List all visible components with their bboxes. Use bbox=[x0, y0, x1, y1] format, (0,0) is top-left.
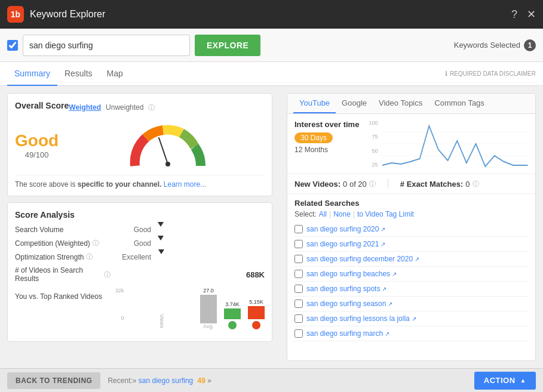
select-all-link[interactable]: All bbox=[319, 210, 327, 218]
related-item-link-6[interactable]: san diego surfing lessons la jolla ↗ bbox=[306, 314, 416, 323]
score-left: Good 49/100 bbox=[15, 131, 59, 159]
keyword-checkbox[interactable] bbox=[7, 40, 18, 51]
tab-video-topics[interactable]: Video Topics bbox=[373, 94, 428, 113]
select-none-link[interactable]: None bbox=[333, 210, 351, 218]
recent-text: Recent:» san diego surfing 49 » bbox=[108, 376, 211, 385]
action-button[interactable]: ACTION ▲ bbox=[474, 372, 536, 390]
avg-bar-label: Avg. bbox=[203, 323, 214, 329]
score-desc-bold: specific to your channel. bbox=[78, 180, 162, 189]
list-item: san diego surfing beaches ↗ bbox=[294, 267, 528, 282]
green-bar-top-label: 3.74K bbox=[225, 301, 240, 307]
pill-30days[interactable]: 30 Days bbox=[294, 132, 333, 143]
svg-point-1 bbox=[165, 162, 170, 166]
interest-left: Interest over time 30 Days 12 Months bbox=[294, 120, 359, 168]
related-item-link-1[interactable]: san diego surfing 2021 ↗ bbox=[306, 240, 385, 248]
search-volume-row: Search Volume Good bbox=[15, 226, 265, 234]
y-axis-0: 0 bbox=[115, 315, 124, 321]
tab-summary[interactable]: Summary bbox=[7, 62, 57, 86]
related-item-link-7[interactable]: san diego surfing march ↗ bbox=[306, 329, 389, 338]
new-videos-label: New Videos: bbox=[294, 180, 340, 189]
score-info-icon[interactable]: ⓘ bbox=[148, 103, 155, 112]
chart-y-labels: 100 75 50 25 bbox=[369, 120, 380, 168]
ext-icon-6: ↗ bbox=[412, 316, 416, 322]
ext-icon-4: ↗ bbox=[382, 286, 386, 292]
search-volume-label: Search Volume bbox=[15, 226, 111, 234]
ext-icon-1: ↗ bbox=[381, 241, 385, 248]
title-bar: 1b Keyword Explorer ? ✕ bbox=[0, 0, 543, 29]
action-chevron-icon: ▲ bbox=[520, 377, 526, 384]
exact-matches-value: 0 bbox=[465, 180, 470, 189]
interest-title: Interest over time bbox=[294, 120, 359, 129]
videos-count-row: # of Videos in Search Results ⓘ 688K bbox=[15, 266, 265, 283]
competition-info-icon[interactable]: ⓘ bbox=[93, 239, 99, 248]
score-tabs: Weighted Unweighted ⓘ bbox=[69, 103, 155, 112]
title-bar-left: 1b Keyword Explorer bbox=[7, 6, 105, 23]
select-to-video-tag-link[interactable]: to Video Tag Limit bbox=[357, 210, 414, 218]
related-item-checkbox-0[interactable] bbox=[294, 225, 303, 233]
y-label-50: 50 bbox=[369, 148, 378, 154]
views-label: Views bbox=[159, 314, 165, 328]
learn-more-link[interactable]: Learn more... bbox=[164, 180, 206, 189]
search-bar: EXPLORE Keywords Selected 1 bbox=[0, 29, 543, 62]
new-videos-info[interactable]: ⓘ bbox=[369, 180, 376, 189]
exact-matches-info[interactable]: ⓘ bbox=[473, 180, 479, 189]
weighted-tab[interactable]: Weighted bbox=[69, 103, 101, 112]
top-ranked-row: You vs. Top Ranked Videos 32k 0 Views bbox=[15, 288, 265, 329]
keywords-selected-label: Keywords Selected bbox=[454, 41, 520, 50]
new-videos-value: 0 of 20 bbox=[343, 180, 367, 189]
related-item-checkbox-5[interactable] bbox=[294, 300, 303, 308]
green-bar bbox=[224, 308, 241, 319]
tab-google[interactable]: Google bbox=[336, 94, 373, 113]
score-desc-text: The score above is bbox=[15, 180, 75, 189]
related-item-checkbox-4[interactable] bbox=[294, 285, 303, 293]
gauge-svg bbox=[126, 121, 210, 169]
close-icon[interactable]: ✕ bbox=[527, 8, 536, 21]
videos-count-info-icon[interactable]: ⓘ bbox=[104, 270, 111, 279]
related-item-checkbox-2[interactable] bbox=[294, 255, 303, 263]
related-item-link-3[interactable]: san diego surfing beaches ↗ bbox=[306, 270, 397, 278]
related-item-checkbox-6[interactable] bbox=[294, 314, 303, 323]
red-bar-top-label: 5.15K bbox=[249, 299, 263, 305]
green-icon bbox=[228, 321, 237, 329]
help-icon[interactable]: ? bbox=[511, 8, 517, 21]
tab-results[interactable]: Results bbox=[57, 62, 100, 86]
tab-youtube[interactable]: YouTube bbox=[293, 94, 336, 113]
tab-map[interactable]: Map bbox=[100, 62, 130, 86]
related-select-row: Select: All | None | to Video Tag Limit bbox=[294, 210, 528, 218]
related-item-link-2[interactable]: san diego surfing december 2020 ↗ bbox=[306, 255, 419, 263]
related-scroll-container: san diego surfing 2020 ↗ san diego surfi… bbox=[294, 222, 528, 360]
search-input[interactable] bbox=[23, 35, 190, 56]
ext-icon-0: ↗ bbox=[381, 226, 385, 233]
keywords-selected: Keywords Selected 1 bbox=[454, 39, 536, 51]
optimization-label: Optimization Strength ⓘ bbox=[15, 252, 111, 261]
gauge-container bbox=[70, 121, 265, 169]
disclaimer-label: REQUIRED DATA DISCLAIMER bbox=[450, 70, 536, 77]
back-to-trending-button[interactable]: BACK TO TRENDING bbox=[7, 372, 100, 389]
tabs-bar: Summary Results Map ℹ REQUIRED DATA DISC… bbox=[0, 62, 543, 86]
related-item-checkbox-7[interactable] bbox=[294, 329, 303, 338]
time-pills: 30 Days 12 Months bbox=[294, 132, 359, 154]
related-item-link-4[interactable]: san diego surfing spots ↗ bbox=[306, 285, 386, 293]
title-bar-actions: ? ✕ bbox=[511, 8, 536, 21]
optimization-row: Optimization Strength ⓘ Excellent bbox=[15, 252, 265, 261]
ext-icon-7: ↗ bbox=[385, 331, 389, 337]
line-chart bbox=[382, 120, 528, 168]
overall-score-card: Overall Score Weighted Unweighted ⓘ Good… bbox=[7, 93, 272, 196]
list-item: san diego surfing march ↗ bbox=[294, 326, 528, 341]
tab-common-tags[interactable]: Common Tags bbox=[428, 94, 490, 113]
unweighted-tab[interactable]: Unweighted bbox=[106, 103, 143, 112]
related-item-checkbox-3[interactable] bbox=[294, 270, 303, 278]
main-content: Overall Score Weighted Unweighted ⓘ Good… bbox=[0, 86, 543, 368]
list-item: san diego surfing lessons la jolla ↗ bbox=[294, 311, 528, 326]
explore-button[interactable]: EXPLORE bbox=[195, 35, 260, 56]
disclaimer-icon: ℹ bbox=[445, 70, 447, 78]
competition-label: Competition (Weighted) ⓘ bbox=[15, 239, 111, 248]
left-panel: Overall Score Weighted Unweighted ⓘ Good… bbox=[0, 86, 280, 368]
related-item-link-0[interactable]: san diego surfing 2020 ↗ bbox=[306, 225, 385, 233]
recent-link[interactable]: san diego surfing bbox=[139, 376, 193, 385]
text-12months[interactable]: 12 Months bbox=[294, 146, 359, 154]
related-item-link-5[interactable]: san diego surfing season ↗ bbox=[306, 300, 392, 308]
y-label-25: 25 bbox=[369, 162, 378, 168]
related-item-checkbox-1[interactable] bbox=[294, 240, 303, 248]
optimization-info-icon[interactable]: ⓘ bbox=[86, 252, 93, 261]
